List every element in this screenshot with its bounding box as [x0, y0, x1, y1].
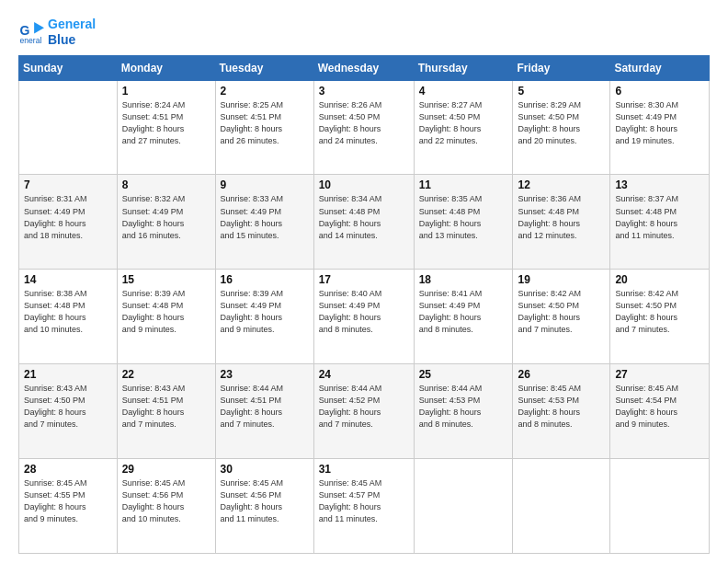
day-cell-5: 5Sunrise: 8:29 AMSunset: 4:50 PMDaylight…	[513, 80, 610, 175]
day-number: 30	[221, 463, 309, 476]
day-info: Sunrise: 8:45 AMSunset: 4:56 PMDaylight:…	[122, 477, 210, 525]
empty-cell	[19, 80, 118, 175]
day-number: 31	[319, 463, 409, 476]
header: G eneral GeneralBlue	[18, 17, 710, 48]
day-info: Sunrise: 8:35 AMSunset: 4:48 PMDaylight:…	[419, 193, 508, 241]
day-cell-18: 18Sunrise: 8:41 AMSunset: 4:49 PMDayligh…	[414, 270, 513, 364]
day-info: Sunrise: 8:45 AMSunset: 4:53 PMDaylight:…	[518, 383, 605, 431]
day-number: 24	[319, 368, 409, 381]
day-info: Sunrise: 8:43 AMSunset: 4:51 PMDaylight:…	[122, 383, 210, 431]
empty-cell	[414, 459, 513, 554]
day-info: Sunrise: 8:45 AMSunset: 4:57 PMDaylight:…	[319, 477, 409, 525]
day-cell-30: 30Sunrise: 8:45 AMSunset: 4:56 PMDayligh…	[215, 459, 313, 554]
day-cell-2: 2Sunrise: 8:25 AMSunset: 4:51 PMDaylight…	[215, 80, 313, 175]
svg-text:eneral: eneral	[20, 36, 42, 45]
day-number: 20	[615, 273, 704, 286]
week-row-2: 14Sunrise: 8:38 AMSunset: 4:48 PMDayligh…	[19, 270, 710, 364]
day-info: Sunrise: 8:39 AMSunset: 4:48 PMDaylight:…	[122, 288, 210, 336]
day-cell-29: 29Sunrise: 8:45 AMSunset: 4:56 PMDayligh…	[117, 459, 215, 554]
weekday-header-row: SundayMondayTuesdayWednesdayThursdayFrid…	[19, 55, 710, 80]
day-cell-8: 8Sunrise: 8:32 AMSunset: 4:49 PMDaylight…	[117, 175, 215, 270]
day-cell-24: 24Sunrise: 8:44 AMSunset: 4:52 PMDayligh…	[313, 364, 414, 459]
logo: G eneral GeneralBlue	[18, 17, 96, 48]
day-number: 21	[24, 368, 112, 381]
day-info: Sunrise: 8:45 AMSunset: 4:55 PMDaylight:…	[24, 477, 112, 525]
day-number: 26	[518, 368, 605, 381]
day-info: Sunrise: 8:30 AMSunset: 4:49 PMDaylight:…	[615, 99, 704, 147]
logo-name: GeneralBlue	[48, 17, 96, 48]
weekday-tuesday: Tuesday	[215, 55, 313, 80]
day-info: Sunrise: 8:42 AMSunset: 4:50 PMDaylight:…	[615, 288, 704, 336]
day-info: Sunrise: 8:33 AMSunset: 4:49 PMDaylight:…	[221, 193, 309, 241]
day-info: Sunrise: 8:42 AMSunset: 4:50 PMDaylight:…	[518, 288, 605, 336]
day-info: Sunrise: 8:38 AMSunset: 4:48 PMDaylight:…	[24, 288, 112, 336]
day-info: Sunrise: 8:43 AMSunset: 4:50 PMDaylight:…	[24, 383, 112, 431]
day-info: Sunrise: 8:31 AMSunset: 4:49 PMDaylight:…	[24, 193, 112, 241]
empty-cell	[513, 459, 610, 554]
day-number: 22	[122, 368, 210, 381]
day-cell-21: 21Sunrise: 8:43 AMSunset: 4:50 PMDayligh…	[19, 364, 118, 459]
day-number: 3	[319, 85, 409, 98]
week-row-4: 28Sunrise: 8:45 AMSunset: 4:55 PMDayligh…	[19, 459, 710, 554]
day-cell-13: 13Sunrise: 8:37 AMSunset: 4:48 PMDayligh…	[610, 175, 710, 270]
day-cell-9: 9Sunrise: 8:33 AMSunset: 4:49 PMDaylight…	[215, 175, 313, 270]
week-row-0: 1Sunrise: 8:24 AMSunset: 4:51 PMDaylight…	[19, 80, 710, 175]
day-number: 1	[122, 85, 210, 98]
day-number: 29	[122, 463, 210, 476]
day-cell-25: 25Sunrise: 8:44 AMSunset: 4:53 PMDayligh…	[414, 364, 513, 459]
day-number: 18	[419, 273, 508, 286]
day-cell-6: 6Sunrise: 8:30 AMSunset: 4:49 PMDaylight…	[610, 80, 710, 175]
day-number: 8	[122, 178, 210, 191]
day-info: Sunrise: 8:32 AMSunset: 4:49 PMDaylight:…	[122, 193, 210, 241]
day-cell-20: 20Sunrise: 8:42 AMSunset: 4:50 PMDayligh…	[610, 270, 710, 364]
day-cell-17: 17Sunrise: 8:40 AMSunset: 4:49 PMDayligh…	[313, 270, 414, 364]
day-number: 11	[419, 178, 508, 191]
day-cell-23: 23Sunrise: 8:44 AMSunset: 4:51 PMDayligh…	[215, 364, 313, 459]
weekday-friday: Friday	[513, 55, 610, 80]
day-cell-12: 12Sunrise: 8:36 AMSunset: 4:48 PMDayligh…	[513, 175, 610, 270]
day-number: 14	[24, 273, 112, 286]
day-number: 27	[615, 368, 704, 381]
day-info: Sunrise: 8:40 AMSunset: 4:49 PMDaylight:…	[319, 288, 409, 336]
weekday-saturday: Saturday	[610, 55, 710, 80]
day-number: 12	[518, 178, 605, 191]
day-cell-11: 11Sunrise: 8:35 AMSunset: 4:48 PMDayligh…	[414, 175, 513, 270]
day-cell-28: 28Sunrise: 8:45 AMSunset: 4:55 PMDayligh…	[19, 459, 118, 554]
day-info: Sunrise: 8:36 AMSunset: 4:48 PMDaylight:…	[518, 193, 605, 241]
day-info: Sunrise: 8:44 AMSunset: 4:52 PMDaylight:…	[319, 383, 409, 431]
day-number: 25	[419, 368, 508, 381]
day-cell-22: 22Sunrise: 8:43 AMSunset: 4:51 PMDayligh…	[117, 364, 215, 459]
day-number: 23	[221, 368, 309, 381]
day-info: Sunrise: 8:37 AMSunset: 4:48 PMDaylight:…	[615, 193, 704, 241]
day-info: Sunrise: 8:25 AMSunset: 4:51 PMDaylight:…	[221, 99, 309, 147]
day-info: Sunrise: 8:39 AMSunset: 4:49 PMDaylight:…	[221, 288, 309, 336]
week-row-1: 7Sunrise: 8:31 AMSunset: 4:49 PMDaylight…	[19, 175, 710, 270]
day-info: Sunrise: 8:26 AMSunset: 4:50 PMDaylight:…	[319, 99, 409, 147]
day-number: 9	[221, 178, 309, 191]
day-info: Sunrise: 8:34 AMSunset: 4:48 PMDaylight:…	[319, 193, 409, 241]
day-number: 7	[24, 178, 112, 191]
day-cell-15: 15Sunrise: 8:39 AMSunset: 4:48 PMDayligh…	[117, 270, 215, 364]
logo-icon: G eneral	[18, 19, 44, 45]
day-cell-10: 10Sunrise: 8:34 AMSunset: 4:48 PMDayligh…	[313, 175, 414, 270]
empty-cell	[610, 459, 710, 554]
day-info: Sunrise: 8:29 AMSunset: 4:50 PMDaylight:…	[518, 99, 605, 147]
day-cell-27: 27Sunrise: 8:45 AMSunset: 4:54 PMDayligh…	[610, 364, 710, 459]
day-cell-19: 19Sunrise: 8:42 AMSunset: 4:50 PMDayligh…	[513, 270, 610, 364]
weekday-monday: Monday	[117, 55, 215, 80]
day-info: Sunrise: 8:41 AMSunset: 4:49 PMDaylight:…	[419, 288, 508, 336]
day-number: 5	[518, 85, 605, 98]
day-number: 19	[518, 273, 605, 286]
day-cell-1: 1Sunrise: 8:24 AMSunset: 4:51 PMDaylight…	[117, 80, 215, 175]
day-info: Sunrise: 8:24 AMSunset: 4:51 PMDaylight:…	[122, 99, 210, 147]
day-number: 4	[419, 85, 508, 98]
day-number: 10	[319, 178, 409, 191]
day-number: 13	[615, 178, 704, 191]
day-number: 2	[221, 85, 309, 98]
day-cell-31: 31Sunrise: 8:45 AMSunset: 4:57 PMDayligh…	[313, 459, 414, 554]
day-info: Sunrise: 8:44 AMSunset: 4:51 PMDaylight:…	[221, 383, 309, 431]
day-cell-7: 7Sunrise: 8:31 AMSunset: 4:49 PMDaylight…	[19, 175, 118, 270]
day-cell-14: 14Sunrise: 8:38 AMSunset: 4:48 PMDayligh…	[19, 270, 118, 364]
day-cell-4: 4Sunrise: 8:27 AMSunset: 4:50 PMDaylight…	[414, 80, 513, 175]
page: G eneral GeneralBlue SundayMondayTuesday…	[0, 0, 728, 563]
